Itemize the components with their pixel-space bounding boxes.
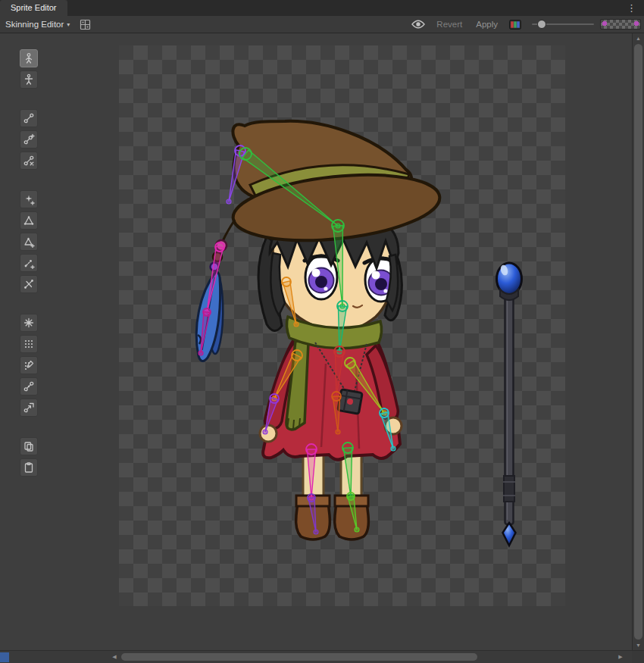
tool-create-edge-button[interactable] [20, 254, 38, 272]
vertical-scroll-thumb[interactable] [634, 44, 642, 640]
sprite-sheet-icon[interactable] [75, 16, 95, 33]
tool-restore-bind-pose-button[interactable] [20, 70, 38, 89]
bone-leg-right-upper[interactable] [342, 443, 353, 499]
bone-hat-to-head[interactable] [239, 148, 340, 228]
dock-accent [0, 652, 9, 662]
bone-leg-left-upper[interactable] [306, 444, 317, 500]
tab-sprite-editor[interactable]: Sprite Editor [0, 0, 67, 16]
bone-leg-right-lower[interactable] [347, 493, 359, 532]
bone-feather-1[interactable] [205, 242, 224, 314]
bone-chest[interactable] [334, 346, 345, 399]
tool-group-3 [20, 190, 38, 293]
tool-split-edge-button[interactable] [20, 275, 38, 293]
bone-feather-2[interactable] [199, 308, 211, 355]
tab-bar: Sprite Editor ⋮ [0, 0, 644, 16]
tool-weight-slider-button[interactable] [20, 335, 38, 353]
color-swatch-icon[interactable] [505, 16, 526, 33]
scroll-up-arrow[interactable]: ▲ [633, 33, 644, 43]
bone-arm-left-lower[interactable] [263, 394, 279, 434]
horizontal-scrollbar[interactable]: ◀ ▶ [0, 650, 644, 663]
scroll-right-arrow[interactable]: ▶ [615, 651, 626, 663]
skinning-editor-dropdown[interactable]: Skinning Editor ▾ [0, 16, 75, 33]
sprite-editor-window: Sprite Editor ⋮ Skinning Editor ▾ Revert… [0, 0, 644, 663]
scrollbar-corner [632, 651, 644, 663]
tool-create-bone-button[interactable] [20, 130, 38, 149]
scroll-left-arrow[interactable]: ◀ [109, 651, 120, 663]
tool-group-5 [20, 437, 38, 477]
bone-opacity-slider[interactable] [532, 19, 594, 30]
bone-arm-right-upper[interactable] [345, 358, 386, 415]
bone-face-accent[interactable] [282, 277, 299, 327]
horizontal-scroll-thumb[interactable] [121, 653, 477, 661]
tool-preview-pose-button[interactable] [20, 49, 38, 67]
tool-weight-brush-button[interactable] [20, 356, 38, 374]
toolbar: Skinning Editor ▾ Revert Apply [0, 16, 644, 33]
skinning-tool-strip [20, 49, 38, 497]
bone-hat-tip[interactable] [227, 145, 245, 204]
tool-edit-bone-button[interactable] [20, 109, 38, 127]
revert-button[interactable]: Revert [430, 16, 469, 33]
bone-leg-left-lower[interactable] [308, 494, 318, 534]
tool-bone-influence-button[interactable] [20, 377, 38, 396]
tool-paste-button[interactable] [20, 458, 38, 477]
canvas-area [0, 33, 632, 650]
visibility-eye-icon[interactable] [407, 16, 430, 33]
tool-auto-geometry-button[interactable] [20, 190, 38, 208]
tool-auto-weights-button[interactable] [20, 314, 38, 332]
bone-hip[interactable] [332, 392, 341, 434]
tool-sprite-influence-button[interactable] [20, 399, 38, 417]
tool-group-2 [20, 109, 38, 170]
tool-group-4 [20, 314, 38, 417]
tool-edit-geometry-button[interactable] [20, 211, 38, 230]
bone-gizmo-layer [119, 45, 565, 606]
bone-head[interactable] [332, 220, 345, 308]
tool-group-1 [20, 49, 38, 89]
toolbar-slider-knob[interactable] [537, 20, 546, 29]
tool-split-bone-button[interactable] [20, 152, 38, 170]
kebab-menu-icon[interactable]: ⋮ [624, 1, 639, 15]
mesh-opacity-gradient-slider[interactable] [600, 19, 641, 30]
scroll-down-arrow[interactable]: ▼ [633, 640, 644, 650]
apply-button[interactable]: Apply [469, 16, 505, 33]
tool-copy-button[interactable] [20, 437, 38, 455]
vertical-scrollbar[interactable]: ▲ ▼ [632, 33, 644, 650]
bone-arm-left-upper[interactable] [272, 350, 302, 401]
bone-arm-right-lower[interactable] [380, 408, 395, 451]
skinning-editor-dropdown-label: Skinning Editor [5, 20, 64, 29]
chevron-down-icon: ▾ [67, 20, 70, 28]
tool-create-vertex-button[interactable] [20, 233, 38, 251]
